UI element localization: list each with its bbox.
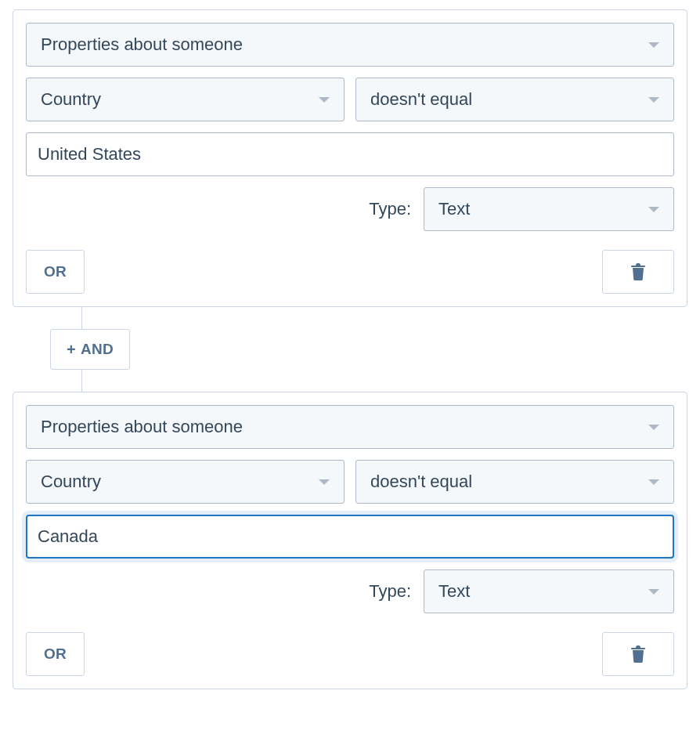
and-connector: + AND xyxy=(50,307,687,392)
operator-select-value: doesn't equal xyxy=(370,89,472,110)
trash-icon xyxy=(631,263,645,280)
or-button-label: OR xyxy=(44,645,67,663)
chevron-down-icon xyxy=(319,479,330,485)
property-select-value: Country xyxy=(41,472,101,492)
type-select[interactable]: Text xyxy=(424,187,674,231)
type-select-value: Text xyxy=(438,199,470,219)
value-input[interactable] xyxy=(26,132,674,176)
chevron-down-icon xyxy=(648,479,659,485)
category-select-value: Properties about someone xyxy=(41,417,243,437)
chevron-down-icon xyxy=(648,425,659,430)
property-select[interactable]: Country xyxy=(26,460,345,504)
chevron-down-icon xyxy=(319,97,330,103)
value-input[interactable] xyxy=(26,515,674,559)
delete-button[interactable] xyxy=(602,250,674,294)
condition-group: Properties about someone Country doesn't… xyxy=(13,392,687,689)
property-select-value: Country xyxy=(41,89,101,110)
or-button[interactable]: OR xyxy=(26,632,85,676)
chevron-down-icon xyxy=(648,42,659,48)
delete-button[interactable] xyxy=(602,632,674,676)
chevron-down-icon xyxy=(648,97,659,103)
type-select[interactable]: Text xyxy=(424,569,674,613)
and-button[interactable]: + AND xyxy=(50,329,130,370)
plus-icon: + xyxy=(67,342,76,357)
type-label: Type: xyxy=(369,199,411,219)
condition-group: Properties about someone Country doesn't… xyxy=(13,9,687,307)
trash-icon xyxy=(631,645,645,663)
or-button[interactable]: OR xyxy=(26,250,85,294)
type-label: Type: xyxy=(369,581,411,602)
property-select[interactable]: Country xyxy=(26,78,345,121)
and-button-label: AND xyxy=(81,341,114,358)
or-button-label: OR xyxy=(44,263,67,280)
operator-select-value: doesn't equal xyxy=(370,472,472,492)
type-select-value: Text xyxy=(438,581,470,602)
operator-select[interactable]: doesn't equal xyxy=(355,460,674,504)
category-select[interactable]: Properties about someone xyxy=(26,23,674,67)
category-select-value: Properties about someone xyxy=(41,34,243,55)
operator-select[interactable]: doesn't equal xyxy=(355,78,674,121)
chevron-down-icon xyxy=(648,589,659,595)
category-select[interactable]: Properties about someone xyxy=(26,405,674,449)
chevron-down-icon xyxy=(648,207,659,212)
